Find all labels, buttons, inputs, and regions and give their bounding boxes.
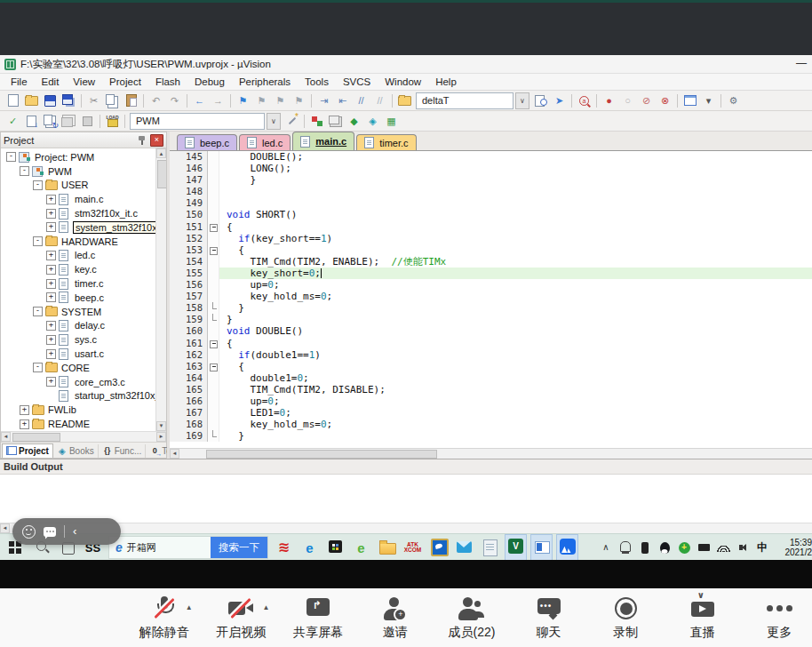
code-area[interactable]: 145 DOUBLE(); 146 LONG(); 147 } 148 149 … <box>170 151 812 448</box>
tab-led-c[interactable]: led.c <box>239 134 291 150</box>
menu-item[interactable]: View <box>66 75 102 90</box>
tree-item[interactable]: + core_cm3.c <box>1 375 166 389</box>
expand-toggle-icon[interactable]: + <box>20 419 29 429</box>
stop-build-button[interactable] <box>79 114 96 129</box>
redo-button[interactable]: ↷ <box>166 93 183 108</box>
menu-item[interactable]: Help <box>428 75 464 90</box>
toggle-breakpoint-button[interactable]: ● <box>601 93 617 108</box>
code-line[interactable]: 165 TIM_Cmd(TIM2, DISABLE); <box>170 384 812 395</box>
tab-functions[interactable]: Func... <box>99 444 147 458</box>
fold-marker[interactable] <box>208 279 219 291</box>
find-in-files-button[interactable] <box>396 93 413 108</box>
close-panel-button[interactable]: × <box>150 134 163 147</box>
expand-toggle-icon[interactable]: + <box>46 195 56 204</box>
navigate-forward-button[interactable]: → <box>210 93 227 108</box>
memory-window-dropdown[interactable]: ▾ <box>700 93 717 108</box>
meeting-floating-bar[interactable]: ‹ <box>12 518 121 545</box>
code-line[interactable]: 147 } <box>170 174 812 186</box>
comment-selection-button[interactable]: // <box>353 93 370 108</box>
expand-toggle-icon[interactable]: - <box>33 363 43 372</box>
code-line[interactable]: 163 { <box>170 361 812 372</box>
tree-item[interactable]: + led.c <box>1 249 166 263</box>
code-line[interactable]: 159 } <box>170 314 812 325</box>
fold-marker[interactable] <box>208 221 219 233</box>
phone-tray-icon[interactable] <box>637 534 654 561</box>
search-combobox-dropdown-icon[interactable]: ∨ <box>515 92 529 109</box>
batch-build-button[interactable] <box>60 114 77 129</box>
code-line[interactable]: 154 TIM_Cmd(TIM2, ENABLE); //使能TIMx <box>170 256 812 268</box>
scroll-thumb[interactable] <box>157 160 166 188</box>
download-button[interactable] <box>104 114 121 129</box>
tab-project[interactable]: Project <box>2 443 53 458</box>
target-combobox-dropdown-icon[interactable]: ∨ <box>267 113 281 130</box>
more-button[interactable]: 更多 <box>747 595 812 641</box>
expand-toggle-icon[interactable]: - <box>6 152 16 162</box>
live-button[interactable]: ∨ 直播 <box>670 595 736 641</box>
minimize-button[interactable]: — <box>796 55 807 71</box>
code-line[interactable]: 167 LED1=0; <box>170 407 812 419</box>
fold-marker[interactable] <box>208 186 219 197</box>
qq-tray-icon[interactable] <box>657 534 673 561</box>
code-line[interactable]: 164 double1=0; <box>170 372 812 384</box>
expand-toggle-icon[interactable]: + <box>46 349 56 359</box>
build-output-header[interactable]: Build Output <box>0 459 812 475</box>
menu-item[interactable]: Peripherals <box>232 75 298 90</box>
tab-beep-c[interactable]: beep.c <box>177 134 237 150</box>
fold-marker[interactable] <box>208 372 219 384</box>
camera-tray-icon[interactable] <box>696 534 712 561</box>
red-waves-app-button[interactable]: ≋ <box>273 534 295 561</box>
code-line[interactable]: 155 key_short=0; <box>170 268 812 279</box>
expand-toggle-icon[interactable]: + <box>46 335 56 345</box>
expand-toggle-icon[interactable]: + <box>46 292 56 302</box>
file-extensions-button[interactable] <box>327 114 344 129</box>
indent-button[interactable]: ⇥ <box>315 93 332 108</box>
find-all-references-button[interactable] <box>576 93 593 108</box>
expand-toggle-icon[interactable]: - <box>33 307 43 316</box>
code-line[interactable]: 152 if(key_short==1) <box>170 233 812 244</box>
tree-item[interactable]: + key.c <box>1 262 166 276</box>
menu-item[interactable]: Debug <box>187 75 232 90</box>
undo-button[interactable]: ↶ <box>147 93 164 108</box>
invite-button[interactable]: + 邀请 <box>362 595 428 641</box>
code-line[interactable]: 158 } <box>170 302 812 314</box>
code-line[interactable]: 161 { <box>170 338 812 349</box>
title-bar[interactable]: F:\实验室\32\3.08\呼吸灯\USER\PWM.uvprojx - µV… <box>0 55 812 74</box>
scroll-thumb[interactable] <box>206 450 437 459</box>
menu-item[interactable]: SVCS <box>336 75 378 90</box>
tree-item[interactable]: + delay.c <box>1 319 166 333</box>
fold-marker[interactable] <box>208 419 219 430</box>
code-line[interactable]: 153 { <box>170 244 812 256</box>
books-window-button[interactable]: ◆ <box>346 114 362 129</box>
atk-xcom-button[interactable]: ATK XCOM <box>402 534 424 561</box>
new-file-button[interactable] <box>4 93 21 108</box>
previous-bookmark-button[interactable]: ⚑ <box>253 93 270 108</box>
code-line[interactable]: 149 <box>170 197 812 209</box>
caret-up-icon[interactable]: ▲ <box>262 603 269 611</box>
notifications-bell-icon[interactable] <box>617 534 634 561</box>
fold-marker[interactable] <box>208 407 219 419</box>
code-line[interactable]: 166 up=0; <box>170 395 812 407</box>
tree-item[interactable]: + stm32f10x_it.c <box>1 206 166 220</box>
code-line[interactable]: 148 <box>170 186 812 197</box>
mail-button[interactable] <box>453 534 475 561</box>
unindent-button[interactable]: ⇤ <box>334 93 351 108</box>
tree-item[interactable]: - USER <box>1 179 166 193</box>
expand-toggle-icon[interactable]: + <box>46 377 56 387</box>
expand-toggle-icon[interactable]: + <box>46 209 56 219</box>
fold-marker[interactable] <box>208 291 219 302</box>
disable-breakpoint-button[interactable]: ○ <box>619 93 636 108</box>
next-bookmark-button[interactable]: ⚑ <box>272 93 289 108</box>
menu-item[interactable]: Tools <box>298 75 336 90</box>
microsoft-store-button[interactable] <box>324 534 346 561</box>
code-line[interactable]: 168 key_hold_ms=0; <box>170 419 812 430</box>
fold-marker[interactable] <box>208 256 219 268</box>
rebuild-button[interactable] <box>42 114 59 129</box>
copy-button[interactable] <box>104 93 121 108</box>
build-output-scrollbar[interactable]: ◄ <box>0 523 812 533</box>
fold-marker[interactable] <box>208 268 219 279</box>
save-all-button[interactable] <box>60 93 77 108</box>
menu-item[interactable]: Flash <box>148 75 187 90</box>
scroll-right-icon[interactable]: ► <box>156 432 166 442</box>
expand-toggle-icon[interactable]: + <box>20 405 29 415</box>
tree-vertical-scrollbar[interactable]: ▲ ▼ <box>155 148 166 431</box>
